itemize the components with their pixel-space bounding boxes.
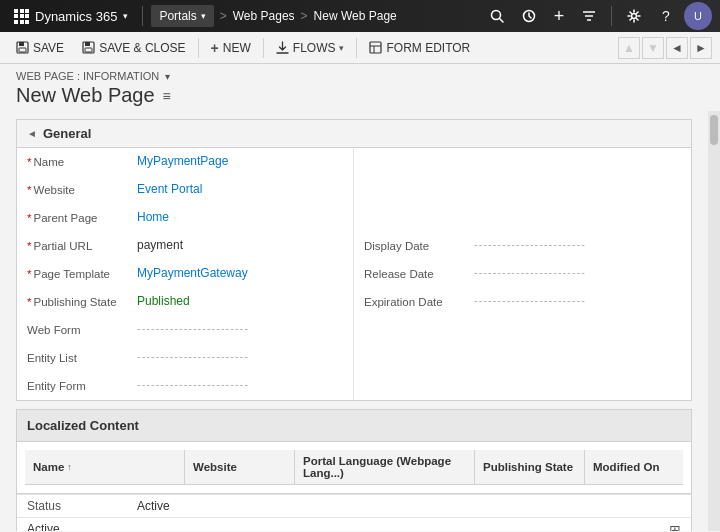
field-parent-page: Parent Page Home: [17, 204, 353, 232]
nav-prev-btn[interactable]: ◄: [666, 37, 688, 59]
field-value-expiration-date: ------------------------: [474, 294, 681, 306]
new-button[interactable]: + NEW: [203, 36, 259, 60]
nav-down-btn[interactable]: ▼: [642, 37, 664, 59]
save-button[interactable]: SAVE: [8, 37, 72, 59]
sort-icon-name: ↑: [67, 462, 72, 472]
status-row: Status Active: [17, 494, 691, 517]
flows-icon: [276, 41, 289, 54]
top-navigation: Dynamics 365 ▾ Portals ▾ > Web Pages > N…: [0, 0, 720, 32]
portals-chevron: ▾: [201, 11, 206, 21]
col-mod-header[interactable]: Modified On: [585, 450, 683, 484]
nav-separator-1: [142, 6, 143, 26]
portals-nav-btn[interactable]: Portals ▾: [151, 5, 213, 27]
table-header: Name ↑ Website Portal Language (Webpage …: [25, 450, 683, 485]
save-close-button[interactable]: SAVE & CLOSE: [74, 37, 193, 59]
active-label: Active: [27, 522, 60, 531]
toolbar-sep-3: [356, 38, 357, 58]
breadcrumb: > Web Pages > New Web Page: [218, 9, 397, 23]
field-label-display-date: Display Date: [364, 238, 474, 252]
general-section: ◄ General Name MyPaymentPage Website: [16, 119, 692, 401]
field-value-name: MyPaymentPage: [137, 154, 343, 168]
template-link[interactable]: MyPaymentGateway: [137, 266, 248, 280]
field-label-web-form: Web Form: [27, 322, 137, 336]
field-entity-list: Entity List ------------------------: [17, 344, 353, 372]
breadcrumb-web-pages[interactable]: Web Pages: [233, 9, 295, 23]
general-section-header[interactable]: ◄ General: [17, 120, 691, 148]
field-website: Website Event Portal: [17, 176, 353, 204]
form-area: ◄ General Name MyPaymentPage Website: [0, 111, 708, 531]
col-lang-header[interactable]: Portal Language (Webpage Lang...): [295, 450, 475, 484]
status-label: Status: [27, 499, 137, 513]
brand-chevron: ▾: [123, 11, 128, 21]
flows-chevron: ▾: [339, 43, 344, 53]
new-icon: +: [211, 40, 219, 56]
settings-icon-btn[interactable]: [620, 2, 648, 30]
field-value-entity-list: ------------------------: [137, 350, 343, 362]
page-menu-icon[interactable]: ≡: [163, 88, 171, 104]
form-editor-button[interactable]: FORM EDITOR: [361, 37, 478, 59]
field-value-entity-form: ------------------------: [137, 378, 343, 390]
page-sub-header: WEB PAGE : INFORMATION ▾: [16, 70, 704, 82]
save-close-icon: [82, 41, 95, 54]
section-toggle: ◄: [27, 128, 37, 139]
filter-icon-btn[interactable]: [575, 2, 603, 30]
parent-page-link[interactable]: Home: [137, 210, 169, 224]
field-value-pub-state: Published: [137, 294, 343, 308]
name-link[interactable]: MyPaymentPage: [137, 154, 228, 168]
toolbar-sep-1: [198, 38, 199, 58]
brand-label: Dynamics 365: [35, 9, 117, 24]
general-section-label: General: [43, 126, 91, 141]
field-value-web-form: ------------------------: [137, 322, 343, 334]
brand-button[interactable]: Dynamics 365 ▾: [8, 9, 134, 24]
active-row: Active ⊞: [17, 517, 691, 531]
sub-label-dropdown[interactable]: ▾: [165, 71, 170, 82]
help-icon-btn[interactable]: ?: [652, 2, 680, 30]
field-label-parent: Parent Page: [27, 210, 137, 224]
nav-next-btn[interactable]: ►: [690, 37, 712, 59]
nav-up-btn[interactable]: ▲: [618, 37, 640, 59]
field-entity-form: Entity Form ------------------------: [17, 372, 353, 400]
toolbar: SAVE SAVE & CLOSE + NEW FLOWS ▾ FORM EDI…: [0, 32, 720, 64]
breadcrumb-sep: >: [220, 9, 227, 23]
field-label-url: Partial URL: [27, 238, 137, 252]
field-name: Name MyPaymentPage: [17, 148, 353, 176]
bottom-right-icon[interactable]: ⊞: [669, 522, 681, 531]
field-label-template: Page Template: [27, 266, 137, 280]
top-nav-right: + ? U: [483, 2, 712, 30]
col-name-header[interactable]: Name ↑: [25, 450, 185, 484]
breadcrumb-sep2: >: [301, 9, 308, 23]
avatar[interactable]: U: [684, 2, 712, 30]
scrollbar-thumb: [710, 115, 718, 145]
nav-arrows: ▲ ▼ ◄ ►: [618, 37, 712, 59]
svg-rect-12: [85, 48, 92, 52]
toolbar-sep-2: [263, 38, 264, 58]
flows-button[interactable]: FLOWS ▾: [268, 37, 353, 59]
form-fields-grid: Name MyPaymentPage Website Event Portal …: [17, 148, 691, 400]
field-label-expiration-date: Expiration Date: [364, 294, 474, 308]
website-link[interactable]: Event Portal: [137, 182, 202, 196]
field-label-entity-list: Entity List: [27, 350, 137, 364]
col-website-header[interactable]: Website: [185, 450, 295, 484]
field-value-url: payment: [137, 238, 343, 252]
field-expiration-date: Expiration Date ------------------------: [354, 288, 691, 316]
add-icon-btn[interactable]: +: [547, 4, 571, 28]
col-pub-header[interactable]: Publishing State: [475, 450, 585, 484]
history-icon-btn[interactable]: [515, 2, 543, 30]
nav-separator-2: [611, 6, 612, 26]
field-value-release-date: ------------------------: [474, 266, 681, 278]
save-icon: [16, 41, 29, 54]
page-title: New Web Page: [16, 84, 155, 107]
form-editor-icon: [369, 41, 382, 54]
field-value-display-date: ------------------------: [474, 238, 681, 250]
localized-content-area: Name ↑ Website Portal Language (Webpage …: [17, 442, 691, 493]
scrollbar[interactable]: [708, 111, 720, 531]
page-sub-label: WEB PAGE : INFORMATION: [16, 70, 159, 82]
search-icon-btn[interactable]: [483, 2, 511, 30]
svg-line-1: [500, 19, 504, 23]
field-value-parent: Home: [137, 210, 343, 224]
field-value-website: Event Portal: [137, 182, 343, 196]
field-release-date: Release Date ------------------------: [354, 260, 691, 288]
field-partial-url: Partial URL payment: [17, 232, 353, 260]
svg-rect-8: [19, 42, 24, 46]
localized-section: Localized Content Name ↑ Website Portal …: [16, 409, 692, 494]
